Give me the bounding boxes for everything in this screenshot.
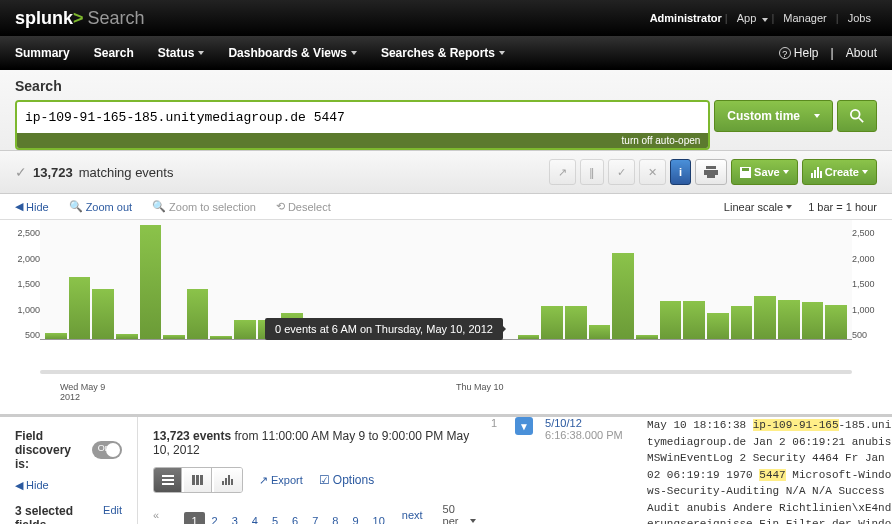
timeline-deselect[interactable]: ⟲Deselect bbox=[276, 200, 331, 213]
chart-bar[interactable] bbox=[140, 225, 162, 339]
help-link[interactable]: ?Help bbox=[779, 46, 819, 60]
chart-bar[interactable] bbox=[683, 301, 705, 339]
perpage-picker[interactable]: 50 per page bbox=[443, 503, 476, 524]
results-bar: ✓ 13,723 matching events ↗ ‖ ✓ ✕ i Save … bbox=[0, 151, 892, 194]
edit-fields[interactable]: Edit bbox=[103, 504, 122, 524]
chart-bar[interactable] bbox=[45, 333, 67, 339]
save-button[interactable]: Save bbox=[731, 159, 798, 185]
main-area: Field discovery is: On ◀ Hide 3 selected… bbox=[0, 414, 892, 524]
chart-bar[interactable] bbox=[802, 302, 824, 339]
chart-bar[interactable] bbox=[163, 335, 185, 339]
timeline-zoomout[interactable]: 🔍Zoom out bbox=[69, 200, 132, 213]
page-next[interactable]: next » bbox=[402, 509, 423, 524]
options-button[interactable]: ☑Options bbox=[319, 473, 374, 487]
caret-down-icon bbox=[862, 170, 868, 174]
chart-bar[interactable] bbox=[660, 301, 682, 339]
nav-search[interactable]: Search bbox=[94, 46, 134, 60]
sidebar-hide[interactable]: ◀ Hide bbox=[15, 479, 122, 492]
y-axis-left: 2,5002,0001,5001,000500 bbox=[4, 228, 40, 340]
export-button[interactable]: ↗Export bbox=[259, 474, 303, 487]
chart-bar[interactable] bbox=[825, 305, 847, 339]
chart-bar[interactable] bbox=[69, 277, 91, 339]
user-link[interactable]: Administrator bbox=[650, 12, 722, 24]
field-discovery-toggle[interactable]: On bbox=[92, 441, 122, 459]
nav-right: ?Help | About bbox=[779, 46, 877, 60]
chart-bar[interactable] bbox=[589, 325, 611, 339]
job-inspect-button[interactable]: i bbox=[670, 159, 691, 185]
chart-bar[interactable] bbox=[116, 334, 138, 339]
chart-bar[interactable] bbox=[565, 306, 587, 339]
top-links: Administrator | App | Manager | Jobs bbox=[650, 12, 877, 24]
check-icon: ✓ bbox=[15, 164, 27, 180]
zoom-in-icon: 🔍 bbox=[152, 200, 166, 213]
scale-picker[interactable]: Linear scale bbox=[724, 201, 792, 213]
nav-status[interactable]: Status bbox=[158, 46, 205, 60]
event-expand-button[interactable]: ▼ bbox=[515, 417, 533, 435]
page-title: Search bbox=[15, 78, 877, 94]
svg-rect-2 bbox=[706, 166, 716, 169]
chart-bar[interactable] bbox=[731, 306, 753, 339]
chart-bar[interactable] bbox=[636, 335, 658, 339]
event-raw[interactable]: May 10 18:16:38 ip-109-91-165-185.unitym… bbox=[647, 417, 892, 524]
caret-down-icon bbox=[814, 114, 820, 118]
caret-down-icon bbox=[470, 519, 476, 523]
job-finalize-button[interactable]: ✓ bbox=[608, 159, 635, 185]
deselect-icon: ⟲ bbox=[276, 200, 285, 213]
page-number[interactable]: 9 bbox=[345, 512, 365, 524]
app-menu[interactable]: App bbox=[737, 12, 757, 24]
page-number[interactable]: 6 bbox=[285, 512, 305, 524]
event-row: 1 ▼ 5/10/12 6:16:38.000 PM May 10 18:16:… bbox=[491, 417, 892, 524]
top-bar: splunk>Search Administrator | App | Mana… bbox=[0, 0, 892, 36]
time-picker[interactable]: Custom time bbox=[714, 100, 833, 132]
page-number[interactable]: 3 bbox=[225, 512, 245, 524]
manager-link[interactable]: Manager bbox=[783, 12, 826, 24]
chart-bar[interactable] bbox=[518, 335, 540, 339]
timeline-hide[interactable]: ◀Hide bbox=[15, 200, 49, 213]
auto-open-toggle[interactable]: turn off auto-open bbox=[17, 133, 708, 148]
page-number[interactable]: 8 bbox=[325, 512, 345, 524]
chart-bar[interactable] bbox=[92, 289, 114, 339]
chart-bar[interactable] bbox=[234, 320, 256, 339]
chart-bar[interactable] bbox=[754, 296, 776, 339]
view-table[interactable] bbox=[184, 468, 212, 492]
chart-bar[interactable] bbox=[707, 313, 729, 339]
view-chart[interactable] bbox=[214, 468, 242, 492]
svg-rect-8 bbox=[814, 170, 816, 178]
x-divider bbox=[40, 370, 852, 374]
view-list[interactable] bbox=[154, 468, 182, 492]
timeline-zoomsel[interactable]: 🔍Zoom to selection bbox=[152, 200, 256, 213]
print-button[interactable] bbox=[695, 159, 727, 185]
logo-caret: > bbox=[73, 8, 84, 28]
search-box: turn off auto-open bbox=[15, 100, 710, 150]
field-discovery-label: Field discovery is: bbox=[15, 429, 86, 471]
page-number[interactable]: 7 bbox=[305, 512, 325, 524]
chart-bar[interactable] bbox=[210, 336, 232, 339]
page-number[interactable]: 4 bbox=[245, 512, 265, 524]
page-number[interactable]: 1 bbox=[184, 512, 204, 524]
svg-rect-10 bbox=[820, 171, 822, 178]
nav-searches[interactable]: Searches & Reports bbox=[381, 46, 505, 60]
page-number[interactable]: 2 bbox=[205, 512, 225, 524]
jobs-link[interactable]: Jobs bbox=[848, 12, 871, 24]
chart-bar[interactable] bbox=[187, 289, 209, 339]
timeline-chart[interactable]: 2,5002,0001,5001,000500 2,5002,0001,5001… bbox=[0, 220, 892, 370]
job-send-button[interactable]: ↗ bbox=[549, 159, 576, 185]
svg-rect-12 bbox=[162, 479, 174, 481]
svg-rect-11 bbox=[162, 475, 174, 477]
page-number[interactable]: 10 bbox=[366, 512, 392, 524]
job-cancel-button[interactable]: ✕ bbox=[639, 159, 666, 185]
chart-bar[interactable] bbox=[778, 300, 800, 340]
logo-brand: splunk bbox=[15, 8, 73, 28]
collapse-icon: ◀ bbox=[15, 200, 23, 213]
search-button[interactable] bbox=[837, 100, 877, 132]
page-number[interactable]: 5 bbox=[265, 512, 285, 524]
about-link[interactable]: About bbox=[846, 46, 877, 60]
job-pause-button[interactable]: ‖ bbox=[580, 159, 604, 185]
nav-dashboards[interactable]: Dashboards & Views bbox=[228, 46, 357, 60]
nav-summary[interactable]: Summary bbox=[15, 46, 70, 60]
chart-bar[interactable] bbox=[612, 253, 634, 339]
svg-rect-4 bbox=[707, 174, 715, 178]
chart-bar[interactable] bbox=[541, 306, 563, 339]
create-button[interactable]: Create bbox=[802, 159, 877, 185]
search-input[interactable] bbox=[17, 102, 708, 133]
